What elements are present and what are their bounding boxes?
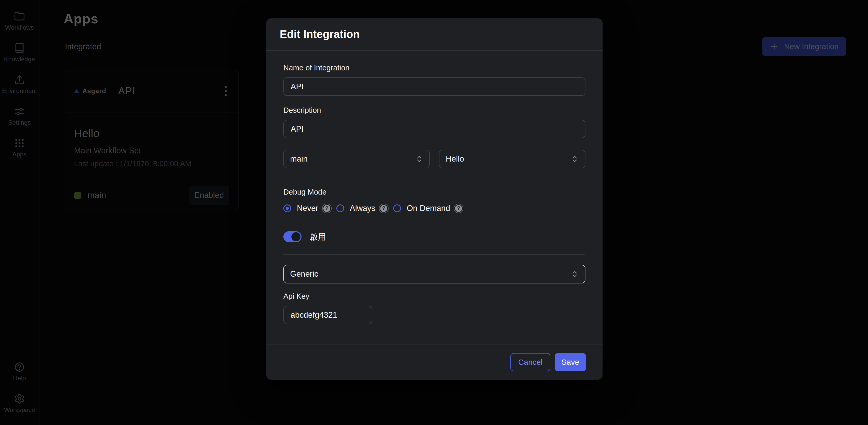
chevrons-up-down-icon: [415, 155, 423, 163]
select-row: main Hello: [283, 150, 585, 168]
radio-on-demand[interactable]: [393, 205, 401, 212]
radio-always[interactable]: [336, 205, 344, 212]
type-select[interactable]: Generic: [283, 265, 585, 283]
name-input[interactable]: [283, 78, 585, 96]
type-select-value: Generic: [290, 269, 318, 279]
api-key-label: Api Key: [283, 292, 585, 301]
cancel-button[interactable]: Cancel: [510, 353, 550, 371]
workflow-select-value: Hello: [446, 154, 464, 164]
name-label: Name of Integration: [283, 63, 585, 72]
chevrons-up-down-icon: [571, 155, 579, 163]
api-key-input[interactable]: [283, 306, 372, 324]
modal-body: Name of Integration Description main Hel…: [266, 51, 602, 344]
radio-never[interactable]: [283, 205, 291, 212]
description-label: Description: [283, 106, 585, 115]
debug-mode-radio-group: Never ? Always ? On Demand ?: [283, 204, 585, 213]
toggle-knob: [291, 232, 301, 241]
help-circle-icon[interactable]: ?: [379, 204, 388, 213]
enable-toggle-row: 啟用: [283, 231, 585, 242]
workflow-select[interactable]: Hello: [439, 150, 585, 168]
help-circle-icon[interactable]: ?: [454, 204, 463, 213]
chevrons-up-down-icon: [571, 270, 579, 278]
help-circle-icon[interactable]: ?: [322, 204, 331, 213]
branch-select-value: main: [290, 154, 308, 164]
enable-toggle[interactable]: [283, 231, 302, 242]
modal-header: Edit Integration: [266, 18, 602, 51]
radio-always-label: Always: [350, 204, 375, 213]
branch-select[interactable]: main: [283, 150, 430, 168]
modal-title: Edit Integration: [280, 28, 360, 40]
enable-label: 啟用: [310, 232, 326, 242]
edit-integration-modal: Edit Integration Name of Integration Des…: [266, 18, 602, 380]
debug-mode-label: Debug Mode: [283, 188, 585, 196]
section-divider: [283, 254, 585, 255]
radio-on-demand-label: On Demand: [407, 204, 450, 213]
radio-never-label: Never: [297, 204, 318, 213]
save-button[interactable]: Save: [555, 353, 586, 371]
modal-footer: Cancel Save: [266, 344, 602, 380]
description-input[interactable]: [283, 120, 585, 138]
